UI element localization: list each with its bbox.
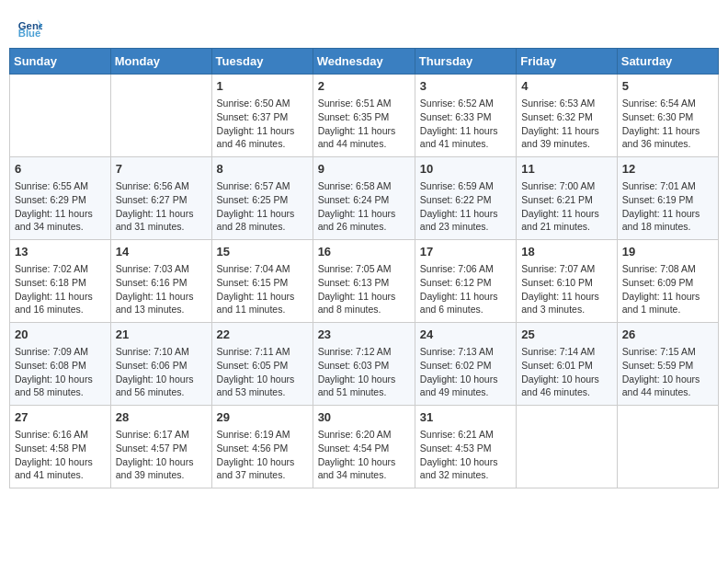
- day-number: 17: [420, 244, 511, 260]
- calendar-cell: 2Sunrise: 6:51 AMSunset: 6:35 PMDaylight…: [313, 75, 415, 157]
- calendar-cell: 1Sunrise: 6:50 AMSunset: 6:37 PMDaylight…: [211, 75, 313, 157]
- day-info: Sunset: 6:30 PM: [622, 110, 713, 124]
- day-info: Sunset: 6:37 PM: [217, 110, 308, 124]
- day-info: Sunrise: 6:16 AM: [15, 428, 106, 442]
- day-info: Sunrise: 7:14 AM: [521, 345, 612, 359]
- day-info: Sunrise: 6:19 AM: [217, 428, 308, 442]
- day-number: 29: [217, 409, 308, 426]
- day-info: Sunset: 6:18 PM: [15, 276, 106, 290]
- day-info: Sunrise: 7:12 AM: [318, 345, 410, 359]
- day-info: Sunset: 6:16 PM: [116, 276, 207, 290]
- calendar-cell: 22Sunrise: 7:11 AMSunset: 6:05 PMDayligh…: [211, 323, 313, 406]
- calendar-week-5: 27Sunrise: 6:16 AMSunset: 4:58 PMDayligh…: [10, 406, 719, 488]
- day-info: Sunset: 4:54 PM: [318, 442, 410, 455]
- day-info: Sunset: 6:24 PM: [318, 193, 410, 207]
- day-header-monday: Monday: [110, 49, 211, 75]
- day-info: Sunrise: 6:52 AM: [420, 97, 511, 110]
- day-info: Daylight: 10 hours and 49 minutes.: [420, 373, 511, 399]
- day-info: Daylight: 10 hours and 34 minutes.: [318, 455, 410, 482]
- day-info: Daylight: 10 hours and 51 minutes.: [318, 373, 410, 399]
- day-info: Daylight: 10 hours and 44 minutes.: [622, 373, 713, 399]
- day-info: Daylight: 11 hours and 18 minutes.: [622, 207, 713, 234]
- day-info: Sunrise: 6:20 AM: [318, 428, 410, 442]
- calendar-cell: 9Sunrise: 6:58 AMSunset: 6:24 PMDaylight…: [313, 157, 415, 240]
- day-info: Sunset: 6:05 PM: [217, 359, 308, 373]
- day-info: Sunrise: 7:09 AM: [15, 345, 106, 359]
- calendar-cell: 20Sunrise: 7:09 AMSunset: 6:08 PMDayligh…: [10, 323, 111, 406]
- day-info: Sunrise: 6:56 AM: [116, 179, 207, 193]
- day-info: Sunrise: 7:00 AM: [521, 179, 612, 193]
- day-number: 2: [318, 78, 410, 95]
- day-number: 6: [15, 161, 106, 178]
- day-info: Daylight: 10 hours and 58 minutes.: [15, 373, 106, 399]
- calendar-cell: 23Sunrise: 7:12 AMSunset: 6:03 PMDayligh…: [313, 323, 415, 406]
- day-info: Sunset: 4:53 PM: [420, 442, 511, 455]
- day-number: 21: [116, 327, 207, 343]
- day-info: Sunset: 6:10 PM: [521, 276, 612, 290]
- page-header: General Blue: [9, 9, 719, 42]
- day-info: Sunrise: 7:06 AM: [420, 262, 511, 276]
- day-number: 28: [116, 409, 207, 426]
- calendar-cell: 4Sunrise: 6:53 AMSunset: 6:32 PMDaylight…: [517, 75, 618, 157]
- calendar-cell: 5Sunrise: 6:54 AMSunset: 6:30 PMDaylight…: [617, 75, 718, 157]
- day-info: Sunset: 6:08 PM: [15, 359, 106, 373]
- day-info: Daylight: 11 hours and 41 minutes.: [420, 124, 511, 151]
- day-number: 11: [521, 161, 612, 178]
- day-number: 26: [622, 327, 713, 343]
- day-info: Sunrise: 7:13 AM: [420, 345, 511, 359]
- day-info: Sunrise: 6:53 AM: [521, 97, 612, 110]
- calendar-cell: 21Sunrise: 7:10 AMSunset: 6:06 PMDayligh…: [110, 323, 211, 406]
- day-info: Sunset: 6:29 PM: [15, 193, 106, 207]
- calendar-week-3: 13Sunrise: 7:02 AMSunset: 6:18 PMDayligh…: [10, 240, 719, 323]
- calendar-header-row: SundayMondayTuesdayWednesdayThursdayFrid…: [10, 49, 719, 75]
- day-info: Sunset: 6:12 PM: [420, 276, 511, 290]
- day-number: 1: [217, 78, 308, 95]
- day-info: Daylight: 11 hours and 34 minutes.: [15, 207, 106, 234]
- day-info: Daylight: 11 hours and 28 minutes.: [217, 207, 308, 234]
- day-info: Sunrise: 7:03 AM: [116, 262, 207, 276]
- day-info: Daylight: 11 hours and 3 minutes.: [521, 290, 612, 316]
- day-header-saturday: Saturday: [617, 49, 718, 75]
- calendar-cell: 10Sunrise: 6:59 AMSunset: 6:22 PMDayligh…: [415, 157, 516, 240]
- day-number: 12: [622, 161, 713, 178]
- day-number: 4: [521, 78, 612, 95]
- day-info: Sunrise: 7:10 AM: [116, 345, 207, 359]
- calendar-cell: 12Sunrise: 7:01 AMSunset: 6:19 PMDayligh…: [617, 157, 718, 240]
- day-info: Sunrise: 6:59 AM: [420, 179, 511, 193]
- day-info: Sunset: 6:01 PM: [521, 359, 612, 373]
- day-header-friday: Friday: [517, 49, 618, 75]
- calendar-cell: 19Sunrise: 7:08 AMSunset: 6:09 PMDayligh…: [617, 240, 718, 323]
- day-info: Sunrise: 7:15 AM: [622, 345, 713, 359]
- calendar-cell: 25Sunrise: 7:14 AMSunset: 6:01 PMDayligh…: [517, 323, 618, 406]
- day-info: Daylight: 10 hours and 41 minutes.: [15, 455, 106, 482]
- day-info: Sunrise: 7:07 AM: [521, 262, 612, 276]
- day-info: Daylight: 11 hours and 8 minutes.: [318, 290, 410, 316]
- calendar-week-1: 1Sunrise: 6:50 AMSunset: 6:37 PMDaylight…: [10, 75, 719, 157]
- day-info: Daylight: 10 hours and 53 minutes.: [217, 373, 308, 399]
- calendar-cell: 8Sunrise: 6:57 AMSunset: 6:25 PMDaylight…: [211, 157, 313, 240]
- day-number: 19: [622, 244, 713, 260]
- day-info: Sunrise: 6:57 AM: [217, 179, 308, 193]
- day-number: 13: [15, 244, 106, 260]
- day-info: Sunrise: 7:02 AM: [15, 262, 106, 276]
- day-header-wednesday: Wednesday: [313, 49, 415, 75]
- day-number: 8: [217, 161, 308, 178]
- day-info: Daylight: 11 hours and 31 minutes.: [116, 207, 207, 234]
- day-info: Daylight: 11 hours and 21 minutes.: [521, 207, 612, 234]
- day-info: Sunset: 4:56 PM: [217, 442, 308, 455]
- day-number: 30: [318, 409, 410, 426]
- calendar-cell: 29Sunrise: 6:19 AMSunset: 4:56 PMDayligh…: [211, 406, 313, 488]
- day-info: Sunrise: 7:04 AM: [217, 262, 308, 276]
- day-number: 16: [318, 244, 410, 260]
- day-number: 15: [217, 244, 308, 260]
- day-info: Sunset: 6:22 PM: [420, 193, 511, 207]
- day-info: Sunset: 6:25 PM: [217, 193, 308, 207]
- day-number: 10: [420, 161, 511, 178]
- day-info: Sunrise: 7:08 AM: [622, 262, 713, 276]
- calendar-cell: 18Sunrise: 7:07 AMSunset: 6:10 PMDayligh…: [517, 240, 618, 323]
- day-info: Daylight: 11 hours and 26 minutes.: [318, 207, 410, 234]
- day-info: Sunset: 4:57 PM: [116, 442, 207, 455]
- day-info: Sunset: 6:35 PM: [318, 110, 410, 124]
- calendar-week-4: 20Sunrise: 7:09 AMSunset: 6:08 PMDayligh…: [10, 323, 719, 406]
- day-number: 31: [420, 409, 511, 426]
